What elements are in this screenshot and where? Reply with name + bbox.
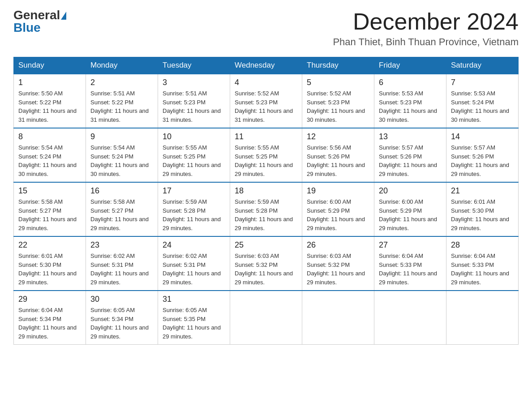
calendar-day-header: Sunday (14, 57, 86, 74)
day-info: Sunrise: 6:05 AMSunset: 5:35 PMDaylight:… (163, 307, 221, 340)
day-number: 1 (18, 78, 81, 87)
day-info: Sunrise: 6:01 AMSunset: 5:30 PMDaylight:… (451, 198, 509, 231)
day-number: 13 (379, 132, 442, 141)
day-info: Sunrise: 5:59 AMSunset: 5:28 PMDaylight:… (163, 198, 221, 231)
day-info: Sunrise: 5:52 AMSunset: 5:23 PMDaylight:… (307, 90, 365, 123)
logo: General Blue (13, 9, 66, 34)
day-number: 20 (379, 186, 442, 196)
logo-triangle-icon (61, 12, 66, 20)
calendar-day-header: Thursday (302, 57, 374, 74)
day-info: Sunrise: 6:02 AMSunset: 5:31 PMDaylight:… (90, 253, 149, 286)
day-number: 29 (18, 295, 81, 304)
calendar-day-cell: 12 Sunrise: 5:56 AMSunset: 5:26 PMDaylig… (302, 128, 374, 182)
calendar-week-row: 29 Sunrise: 6:04 AMSunset: 5:34 PMDaylig… (14, 291, 519, 345)
calendar-day-cell: 13 Sunrise: 5:57 AMSunset: 5:26 PMDaylig… (374, 128, 446, 182)
day-number: 4 (235, 78, 297, 87)
calendar-day-cell: 28 Sunrise: 6:04 AMSunset: 5:33 PMDaylig… (446, 236, 519, 291)
calendar-day-cell: 8 Sunrise: 5:54 AMSunset: 5:24 PMDayligh… (14, 128, 86, 182)
calendar-day-cell: 14 Sunrise: 5:57 AMSunset: 5:26 PMDaylig… (446, 128, 519, 182)
day-number: 3 (163, 78, 225, 87)
calendar-day-cell: 3 Sunrise: 5:51 AMSunset: 5:23 PMDayligh… (158, 74, 230, 128)
day-info: Sunrise: 5:52 AMSunset: 5:23 PMDaylight:… (235, 90, 293, 123)
day-info: Sunrise: 5:55 AMSunset: 5:25 PMDaylight:… (163, 144, 221, 177)
calendar-day-cell: 4 Sunrise: 5:52 AMSunset: 5:23 PMDayligh… (230, 74, 302, 128)
day-info: Sunrise: 5:55 AMSunset: 5:25 PMDaylight:… (235, 144, 293, 177)
calendar-day-cell: 1 Sunrise: 5:50 AMSunset: 5:22 PMDayligh… (14, 74, 86, 128)
day-info: Sunrise: 5:51 AMSunset: 5:22 PMDaylight:… (90, 90, 149, 123)
day-info: Sunrise: 6:04 AMSunset: 5:33 PMDaylight:… (451, 253, 509, 286)
day-info: Sunrise: 6:00 AMSunset: 5:29 PMDaylight:… (379, 198, 437, 231)
calendar-day-header: Monday (86, 57, 158, 74)
calendar-day-cell: 16 Sunrise: 5:58 AMSunset: 5:27 PMDaylig… (86, 182, 158, 236)
location-title: Phan Thiet, Binh Thuan Province, Vietnam (333, 36, 519, 48)
calendar-week-row: 22 Sunrise: 6:01 AMSunset: 5:30 PMDaylig… (14, 236, 519, 291)
day-info: Sunrise: 5:54 AMSunset: 5:24 PMDaylight:… (90, 144, 149, 177)
day-info: Sunrise: 6:05 AMSunset: 5:34 PMDaylight:… (90, 307, 149, 340)
day-number: 11 (235, 132, 297, 141)
calendar-day-cell: 15 Sunrise: 5:58 AMSunset: 5:27 PMDaylig… (14, 182, 86, 236)
calendar-day-cell: 23 Sunrise: 6:02 AMSunset: 5:31 PMDaylig… (86, 236, 158, 291)
day-number: 9 (90, 132, 153, 141)
calendar-day-cell (374, 291, 446, 345)
page-header: General Blue December 2024 Phan Thiet, B… (13, 9, 519, 48)
calendar-day-cell: 29 Sunrise: 6:04 AMSunset: 5:34 PMDaylig… (14, 291, 86, 345)
day-number: 30 (90, 295, 153, 304)
calendar-day-cell: 22 Sunrise: 6:01 AMSunset: 5:30 PMDaylig… (14, 236, 86, 291)
calendar-day-cell: 2 Sunrise: 5:51 AMSunset: 5:22 PMDayligh… (86, 74, 158, 128)
day-info: Sunrise: 6:01 AMSunset: 5:30 PMDaylight:… (18, 253, 77, 286)
day-number: 15 (18, 186, 81, 196)
calendar-day-cell: 11 Sunrise: 5:55 AMSunset: 5:25 PMDaylig… (230, 128, 302, 182)
day-number: 2 (90, 78, 153, 87)
calendar-day-cell: 10 Sunrise: 5:55 AMSunset: 5:25 PMDaylig… (158, 128, 230, 182)
calendar-header-row: SundayMondayTuesdayWednesdayThursdayFrid… (14, 57, 519, 74)
day-info: Sunrise: 5:50 AMSunset: 5:22 PMDaylight:… (18, 90, 77, 123)
calendar-day-header: Wednesday (230, 57, 302, 74)
day-number: 28 (451, 240, 514, 250)
day-number: 19 (307, 186, 369, 196)
calendar-day-cell (302, 291, 374, 345)
calendar-day-cell: 24 Sunrise: 6:02 AMSunset: 5:31 PMDaylig… (158, 236, 230, 291)
day-info: Sunrise: 6:04 AMSunset: 5:34 PMDaylight:… (18, 307, 77, 340)
day-info: Sunrise: 5:54 AMSunset: 5:24 PMDaylight:… (18, 144, 77, 177)
day-number: 27 (379, 240, 442, 250)
calendar-day-cell: 20 Sunrise: 6:00 AMSunset: 5:29 PMDaylig… (374, 182, 446, 236)
day-info: Sunrise: 6:04 AMSunset: 5:33 PMDaylight:… (379, 253, 437, 286)
day-number: 14 (451, 132, 514, 141)
day-info: Sunrise: 5:59 AMSunset: 5:28 PMDaylight:… (235, 198, 293, 231)
day-number: 21 (451, 186, 514, 196)
day-number: 7 (451, 78, 514, 87)
day-info: Sunrise: 5:53 AMSunset: 5:24 PMDaylight:… (451, 90, 509, 123)
day-number: 23 (90, 240, 153, 250)
day-number: 26 (307, 240, 369, 250)
calendar-day-cell: 26 Sunrise: 6:03 AMSunset: 5:32 PMDaylig… (302, 236, 374, 291)
calendar-day-header: Friday (374, 57, 446, 74)
day-number: 17 (163, 186, 225, 196)
calendar-day-cell: 5 Sunrise: 5:52 AMSunset: 5:23 PMDayligh… (302, 74, 374, 128)
calendar-day-cell: 18 Sunrise: 5:59 AMSunset: 5:28 PMDaylig… (230, 182, 302, 236)
day-number: 16 (90, 186, 153, 196)
day-info: Sunrise: 5:58 AMSunset: 5:27 PMDaylight:… (18, 198, 77, 231)
calendar-week-row: 15 Sunrise: 5:58 AMSunset: 5:27 PMDaylig… (14, 182, 519, 236)
day-number: 24 (163, 240, 225, 250)
day-number: 6 (379, 78, 442, 87)
calendar-week-row: 1 Sunrise: 5:50 AMSunset: 5:22 PMDayligh… (14, 74, 519, 128)
calendar-day-cell: 21 Sunrise: 6:01 AMSunset: 5:30 PMDaylig… (446, 182, 519, 236)
day-number: 22 (18, 240, 81, 250)
day-info: Sunrise: 5:57 AMSunset: 5:26 PMDaylight:… (379, 144, 437, 177)
calendar-day-cell: 31 Sunrise: 6:05 AMSunset: 5:35 PMDaylig… (158, 291, 230, 345)
day-number: 5 (307, 78, 369, 87)
calendar-week-row: 8 Sunrise: 5:54 AMSunset: 5:24 PMDayligh… (14, 128, 519, 182)
calendar-day-cell: 25 Sunrise: 6:03 AMSunset: 5:32 PMDaylig… (230, 236, 302, 291)
day-info: Sunrise: 5:57 AMSunset: 5:26 PMDaylight:… (451, 144, 509, 177)
calendar-day-cell: 27 Sunrise: 6:04 AMSunset: 5:33 PMDaylig… (374, 236, 446, 291)
day-info: Sunrise: 6:03 AMSunset: 5:32 PMDaylight:… (235, 253, 293, 286)
day-info: Sunrise: 6:03 AMSunset: 5:32 PMDaylight:… (307, 253, 365, 286)
day-number: 18 (235, 186, 297, 196)
calendar-day-cell: 7 Sunrise: 5:53 AMSunset: 5:24 PMDayligh… (446, 74, 519, 128)
calendar-day-cell: 6 Sunrise: 5:53 AMSunset: 5:23 PMDayligh… (374, 74, 446, 128)
day-info: Sunrise: 5:56 AMSunset: 5:26 PMDaylight:… (307, 144, 365, 177)
logo-general-text: General (13, 9, 60, 21)
day-info: Sunrise: 6:02 AMSunset: 5:31 PMDaylight:… (163, 253, 221, 286)
calendar-day-cell: 19 Sunrise: 6:00 AMSunset: 5:29 PMDaylig… (302, 182, 374, 236)
day-number: 10 (163, 132, 225, 141)
